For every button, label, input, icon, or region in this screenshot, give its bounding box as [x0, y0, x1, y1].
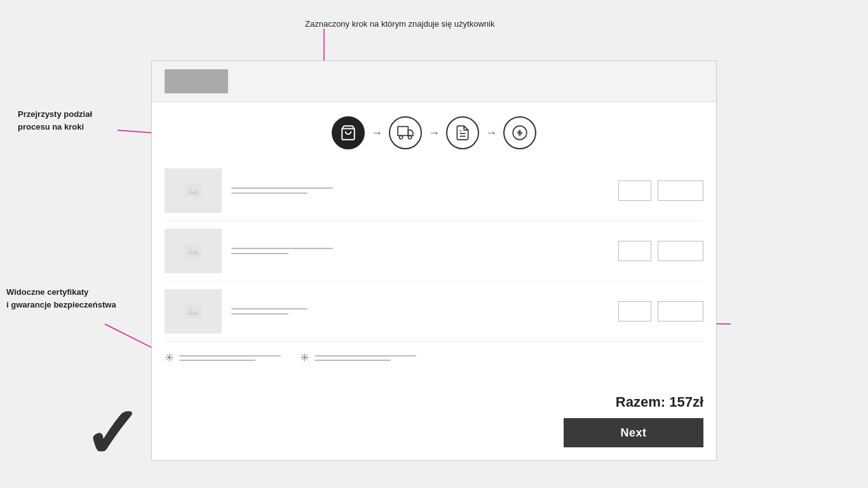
svg-rect-15 — [184, 183, 202, 198]
cert-lines-1 — [179, 355, 281, 361]
quantity-input-2[interactable] — [618, 241, 651, 261]
product-controls-3 — [618, 301, 703, 322]
product-detail-line-2 — [231, 253, 288, 254]
annotation-top: Zaznaczony krok na którym znajduje się u… — [305, 19, 494, 29]
price-display-1 — [658, 180, 703, 201]
svg-text:$: $ — [518, 129, 522, 137]
product-desc-1 — [231, 187, 609, 194]
product-row — [165, 161, 703, 221]
annotation-certs: Widoczne certyfikaty i gwarancje bezpiec… — [6, 286, 116, 311]
wireframe-container: → → → — [151, 60, 717, 461]
product-desc-3 — [231, 308, 609, 315]
product-detail-line-1 — [231, 193, 308, 194]
big-checkmark: ✓ — [83, 399, 141, 469]
cert-item-2: ✳ — [300, 351, 416, 365]
step-arrow-1: → — [371, 126, 383, 140]
spinner-icon-1: ✳ — [165, 351, 174, 365]
logo-placeholder — [165, 69, 228, 93]
product-desc-2 — [231, 248, 609, 254]
certificates-row: ✳ ✳ — [152, 342, 716, 365]
product-controls-2 — [618, 241, 703, 261]
step-delivery[interactable] — [389, 116, 422, 149]
products-area — [152, 161, 716, 342]
step-order[interactable] — [446, 116, 479, 149]
step-arrow-2: → — [428, 126, 440, 140]
product-name-line-2 — [231, 248, 333, 249]
product-name-line-1 — [231, 187, 333, 189]
product-row — [165, 221, 703, 281]
header-bar — [152, 61, 716, 102]
svg-rect-21 — [184, 304, 202, 319]
cert-line-2b — [315, 360, 391, 361]
product-row — [165, 281, 703, 342]
product-name-line-3 — [231, 308, 308, 309]
cert-line-1a — [179, 355, 281, 356]
svg-rect-5 — [398, 126, 408, 135]
product-image-3 — [165, 289, 222, 334]
product-image-2 — [165, 229, 222, 273]
product-image-1 — [165, 168, 222, 213]
cert-line-2a — [315, 355, 416, 356]
steps-row: → → → — [152, 102, 716, 161]
total-price: Razem: 157zł — [616, 394, 703, 410]
cert-item-1: ✳ — [165, 351, 281, 365]
svg-point-7 — [399, 135, 402, 139]
svg-rect-18 — [184, 243, 202, 259]
price-display-3[interactable] — [658, 301, 703, 322]
svg-point-23 — [188, 307, 192, 311]
product-detail-line-3 — [231, 313, 288, 315]
svg-marker-6 — [408, 130, 413, 136]
step-cart[interactable] — [332, 116, 365, 149]
svg-point-17 — [188, 186, 192, 190]
quantity-input-1[interactable] — [618, 180, 651, 201]
svg-point-8 — [408, 135, 411, 139]
cert-line-1b — [179, 360, 255, 361]
product-controls-1 — [618, 180, 703, 201]
summary-area: Razem: 157zł Next — [564, 394, 703, 447]
spinner-icon-2: ✳ — [300, 351, 309, 365]
annotation-process: Przejrzysty podział procesu na kroki — [18, 108, 92, 133]
svg-point-20 — [188, 247, 192, 250]
step-arrow-3: → — [485, 126, 497, 140]
price-display-2 — [658, 241, 703, 261]
quantity-input-3[interactable] — [618, 301, 651, 322]
next-button[interactable]: Next — [564, 418, 703, 447]
step-payment[interactable]: $ — [503, 116, 536, 149]
cert-lines-2 — [315, 355, 416, 361]
